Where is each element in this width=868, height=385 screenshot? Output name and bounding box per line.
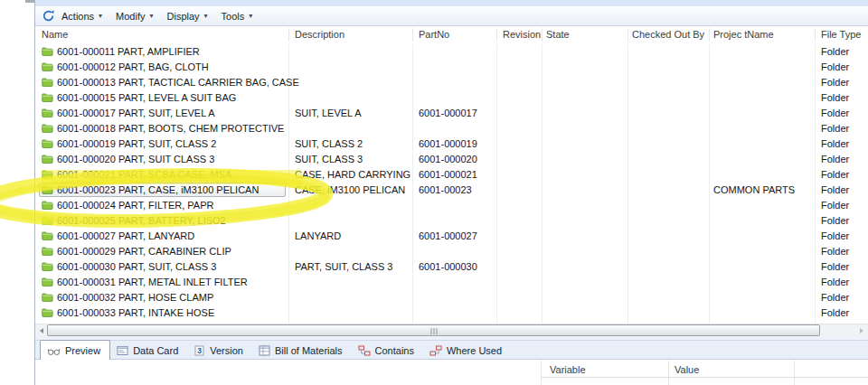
table-row[interactable]: 6001-000025 PART, BATTERY, LISO2 Folder xyxy=(35,213,868,229)
tab-version[interactable]: 3 Version xyxy=(187,342,252,360)
column-header-revision[interactable]: Revision xyxy=(503,29,541,40)
cell-file-type: Folder xyxy=(821,169,849,181)
cell-file-type: Folder xyxy=(821,277,849,288)
cell-partno: 6001-00023 xyxy=(419,184,472,196)
cell-file-type: Folder xyxy=(821,154,849,165)
folder-icon xyxy=(42,169,53,180)
data-card-icon xyxy=(117,345,128,356)
cell-name: 6001-000013 PART, TACTICAL CARRIER BAG, … xyxy=(57,77,299,89)
cell-file-type: Folder xyxy=(821,230,849,242)
file-list: 6001-000011 PART, AMPLIFIER Folder xyxy=(35,44,868,324)
cell-name: 6001-000023 PART, CASE, iM3100 PELICAN xyxy=(57,184,259,196)
cell-name: 6001-000021 PART, SCBA CASE, MSA xyxy=(57,169,231,181)
folder-icon xyxy=(42,200,53,211)
cell-file-type: Folder xyxy=(821,184,849,196)
column-divider[interactable] xyxy=(815,28,816,42)
tab-label: Bill of Materials xyxy=(275,345,343,356)
cell-name: 6001-000025 PART, BATTERY, LISO2 xyxy=(57,215,226,227)
column-header-checked-out-by[interactable]: Checked Out By xyxy=(632,29,704,40)
right-arrow-icon xyxy=(860,328,863,333)
cell-description: SUIT, CLASS 2 xyxy=(295,138,363,150)
table-row[interactable]: 6001-000018 PART, BOOTS, CHEM PROTECTIVE… xyxy=(35,121,868,136)
horizontal-scrollbar[interactable] xyxy=(35,324,868,336)
scroll-right-button[interactable] xyxy=(855,325,867,336)
top-strip xyxy=(35,0,868,6)
column-header-partno[interactable]: PartNo xyxy=(419,29,449,40)
folder-icon xyxy=(42,292,53,303)
table-row[interactable]: 6001-000024 PART, FILTER, PAPR Folder xyxy=(35,198,868,213)
value-column-header[interactable]: Value xyxy=(675,364,699,375)
preview-glasses-icon xyxy=(47,345,61,356)
menu-tools[interactable]: Tools ▾ xyxy=(222,11,253,22)
folder-icon xyxy=(42,184,53,195)
folder-icon xyxy=(42,46,53,57)
cell-file-type: Folder xyxy=(821,292,849,304)
column-header-file-type[interactable]: File Type xyxy=(821,29,861,40)
tab-preview[interactable]: Preview xyxy=(40,340,110,360)
menu-actions[interactable]: Actions ▾ xyxy=(61,11,102,22)
folder-icon xyxy=(42,61,53,72)
cell-file-type: Folder xyxy=(821,246,849,258)
left-arrow-icon xyxy=(40,328,43,333)
table-row[interactable]: 6001-000012 PART, BAG, CLOTH Folder xyxy=(35,60,868,75)
tab-label: Where Used xyxy=(447,345,502,356)
folder-icon xyxy=(42,154,53,164)
folder-icon xyxy=(42,215,53,226)
column-divider[interactable] xyxy=(412,28,413,42)
bottom-panel: Variable Value xyxy=(35,361,868,385)
folder-icon xyxy=(42,138,53,149)
table-row[interactable]: 6001-000017 PART, SUIT, LEVEL A SUIT, LE… xyxy=(35,106,868,121)
cell-file-type: Folder xyxy=(821,215,849,227)
table-row[interactable]: 6001-000029 PART, CARABINER CLIP Folder xyxy=(35,244,868,259)
table-row[interactable]: 6001-000032 PART, HOSE CLAMP Folder xyxy=(35,290,868,305)
cell-file-type: Folder xyxy=(821,61,849,73)
column-header-description[interactable]: Description xyxy=(295,29,344,40)
column-divider[interactable] xyxy=(709,28,710,42)
contains-icon xyxy=(358,345,371,356)
menu-display[interactable]: Display ▾ xyxy=(167,11,208,22)
tab-where-used[interactable]: Where Used xyxy=(423,342,511,360)
table-row[interactable]: 6001-000015 PART, LEVEL A SUIT BAG Folde… xyxy=(35,90,868,106)
folder-icon xyxy=(42,246,53,257)
chevron-down-icon: ▾ xyxy=(150,13,154,20)
refresh-icon[interactable] xyxy=(42,9,55,23)
folder-icon xyxy=(42,123,53,134)
column-divider[interactable] xyxy=(627,28,628,42)
column-divider[interactable] xyxy=(496,28,497,42)
cell-file-type: Folder xyxy=(821,261,849,273)
scrollbar-thumb[interactable] xyxy=(47,324,820,336)
table-row[interactable]: 6001-000033 PART, INTAKE HOSE Folder xyxy=(35,305,868,321)
folder-icon xyxy=(42,92,53,103)
scroll-left-button[interactable] xyxy=(35,325,47,336)
folder-icon xyxy=(42,230,53,241)
table-row[interactable]: 6001-000023 PART, CASE, iM3100 PELICAN C… xyxy=(35,183,868,198)
tab-label: Version xyxy=(210,345,243,356)
column-divider[interactable] xyxy=(668,361,669,385)
tab-contains[interactable]: Contains xyxy=(352,342,423,360)
tab-data-card[interactable]: Data Card xyxy=(110,342,187,360)
menu-label: Actions xyxy=(61,11,94,22)
table-row[interactable]: 6001-000019 PART, SUIT, CLASS 2 SUIT, CL… xyxy=(35,136,868,152)
pane-splitter[interactable] xyxy=(541,361,542,385)
column-divider[interactable] xyxy=(288,28,289,42)
table-row[interactable]: 6001-000030 PART, SUIT, CLASS 3 PART, SU… xyxy=(35,259,868,275)
menu-label: Display xyxy=(167,11,200,22)
chevron-down-icon: ▾ xyxy=(99,13,102,20)
table-row[interactable]: 6001-000011 PART, AMPLIFIER Folder xyxy=(35,44,868,60)
variable-column-header[interactable]: Variable xyxy=(550,364,586,375)
column-divider[interactable] xyxy=(542,28,542,42)
table-row[interactable]: 6001-000031 PART, METAL INLET FILTER Fol… xyxy=(35,275,868,290)
table-row[interactable]: 6001-000021 PART, SCBA CASE, MSA CASE, H… xyxy=(35,167,868,183)
table-row[interactable]: 6001-000013 PART, TACTICAL CARRIER BAG, … xyxy=(35,75,868,90)
column-header-state[interactable]: State xyxy=(546,29,570,40)
table-row[interactable]: 6001-000020 PART, SUIT CLASS 3 SUIT, CLA… xyxy=(35,152,868,167)
tab-bill-of-materials[interactable]: Bill of Materials xyxy=(252,342,352,360)
table-row[interactable]: 6001-000027 PART, LANYARD LANYARD 6001-0… xyxy=(35,229,868,244)
column-header-name[interactable]: Name xyxy=(42,29,68,40)
menu-modify[interactable]: Modify ▾ xyxy=(116,11,153,22)
column-header-project-name[interactable]: Projec tName xyxy=(713,29,774,40)
folder-icon xyxy=(42,307,53,318)
column-divider[interactable] xyxy=(794,361,795,385)
cell-name: 6001-000033 PART, INTAKE HOSE xyxy=(57,307,214,319)
cell-name: 6001-000032 PART, HOSE CLAMP xyxy=(57,292,213,304)
